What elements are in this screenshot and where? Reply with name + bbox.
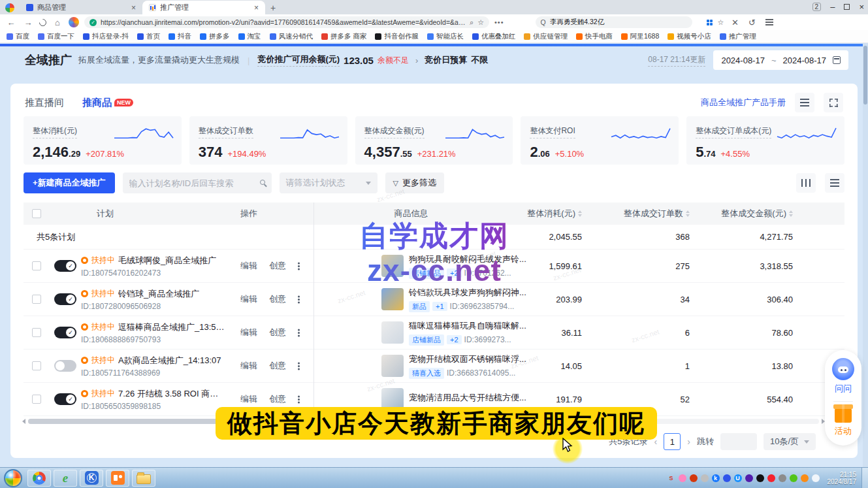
sort-icon[interactable] bbox=[789, 210, 793, 217]
edit-button[interactable]: 编辑 bbox=[240, 393, 257, 405]
assistant-robot-icon[interactable] bbox=[832, 358, 854, 380]
profile-avatar-icon[interactable] bbox=[69, 17, 79, 27]
tray-icon[interactable] bbox=[701, 474, 709, 482]
apps-grid-icon[interactable] bbox=[707, 20, 713, 25]
menu-icon[interactable] bbox=[765, 22, 773, 23]
jump-page-input[interactable] bbox=[720, 433, 757, 450]
page-scrollbar[interactable] bbox=[863, 43, 868, 467]
tray-icon[interactable] bbox=[690, 474, 698, 482]
tray-icon[interactable] bbox=[779, 474, 786, 482]
campaign-toggle[interactable]: ✓ bbox=[54, 260, 76, 272]
gift-icon[interactable] bbox=[835, 408, 852, 423]
minimize-button[interactable]: – bbox=[830, 2, 835, 12]
cut-icon[interactable]: ✕ bbox=[729, 18, 741, 27]
create-campaign-button[interactable]: +新建商品全域推广 bbox=[24, 172, 115, 193]
ask-label[interactable]: 问问 bbox=[835, 383, 852, 395]
creative-button[interactable]: 创意 bbox=[269, 360, 286, 372]
column-orders[interactable]: 整体成交订单数 bbox=[582, 208, 690, 220]
browser-search-bar[interactable]: Q 李再勇受贿4.32亿 bbox=[536, 16, 692, 28]
tab-live-room[interactable]: 推直播间 bbox=[25, 97, 64, 109]
edit-button[interactable]: 编辑 bbox=[240, 293, 257, 305]
zoom-icon[interactable]: ⌕ bbox=[470, 18, 474, 27]
chevron-right-icon[interactable]: › bbox=[415, 56, 418, 65]
tab-close-icon[interactable]: × bbox=[254, 3, 259, 12]
taskbar-app-explorer[interactable] bbox=[132, 470, 155, 487]
column-settings-button[interactable] bbox=[796, 173, 816, 193]
taskbar-clock[interactable]: 21:15 2024/8/17 bbox=[828, 471, 857, 485]
date-range-picker[interactable]: 2024-08-17 ~ 2024-08-17 bbox=[713, 50, 848, 70]
pin-star-icon[interactable]: ☆ bbox=[718, 18, 724, 27]
fullscreen-button[interactable] bbox=[824, 93, 843, 112]
bookmark-item[interactable]: 优惠叠加红 bbox=[472, 32, 516, 41]
taskbar-app-ie[interactable]: e bbox=[54, 470, 77, 487]
row-checkbox[interactable] bbox=[32, 395, 41, 404]
custom-metrics-button[interactable] bbox=[825, 173, 844, 193]
row-checkbox[interactable] bbox=[32, 295, 41, 304]
plan-search-input[interactable] bbox=[123, 172, 272, 193]
tray-icon[interactable]: k bbox=[712, 474, 720, 482]
campaign-toggle[interactable]: ✓ bbox=[54, 327, 76, 338]
current-page[interactable]: 1 bbox=[664, 433, 681, 450]
bookmark-item[interactable]: 百度 bbox=[7, 32, 29, 41]
tray-icon[interactable]: U bbox=[734, 474, 742, 482]
creative-button[interactable]: 创意 bbox=[269, 393, 286, 405]
close-button[interactable]: × bbox=[859, 2, 864, 12]
settings-sliders-button[interactable] bbox=[795, 93, 814, 112]
home-icon[interactable]: ⌂ bbox=[52, 18, 63, 27]
tray-icon[interactable] bbox=[767, 474, 775, 482]
activity-label[interactable]: 活动 bbox=[835, 425, 852, 437]
bookmark-item[interactable]: 阿里1688 bbox=[621, 32, 659, 41]
undo-icon[interactable]: ↺ bbox=[746, 18, 758, 27]
tray-icon[interactable] bbox=[790, 474, 797, 482]
taskbar-app-chrome[interactable] bbox=[27, 470, 51, 487]
bookmark-item[interactable]: 拼多多 商家 bbox=[321, 32, 366, 41]
show-desktop-button[interactable] bbox=[861, 468, 868, 488]
bookmark-star-icon[interactable]: ☆ bbox=[477, 18, 484, 27]
creative-button[interactable]: 创意 bbox=[269, 260, 286, 272]
campaign-toggle[interactable] bbox=[54, 360, 76, 372]
column-amount[interactable]: 整体成交金额(元) bbox=[690, 208, 793, 220]
row-checkbox[interactable] bbox=[32, 361, 41, 370]
maximize-button[interactable] bbox=[844, 4, 850, 10]
tray-icon[interactable] bbox=[723, 474, 731, 482]
url-more-icon[interactable]: ••• bbox=[494, 18, 504, 26]
more-actions-icon[interactable] bbox=[298, 399, 300, 400]
product-manual-link[interactable]: 商品全域推广产品手册 bbox=[701, 97, 786, 108]
creative-button[interactable]: 创意 bbox=[269, 327, 286, 338]
tab-promote-product[interactable]: 推商品 NEW bbox=[82, 97, 133, 109]
browser-tab-promotion[interactable]: 推广管理 × bbox=[142, 1, 265, 14]
bookmark-item[interactable]: 供应链管理 bbox=[524, 32, 568, 41]
browser-tab-products[interactable]: 商品管理 × bbox=[20, 1, 142, 14]
bookmark-item[interactable]: 百度一下 bbox=[38, 32, 74, 41]
tray-icon[interactable] bbox=[745, 474, 753, 482]
forward-icon[interactable]: → bbox=[22, 18, 34, 27]
more-actions-icon[interactable] bbox=[298, 265, 300, 267]
scroll-left-icon[interactable] bbox=[22, 419, 25, 424]
column-cost[interactable]: 整体消耗(元) bbox=[509, 208, 582, 220]
more-actions-icon[interactable] bbox=[298, 299, 300, 301]
more-actions-icon[interactable] bbox=[298, 332, 300, 334]
bookmark-item[interactable]: 快手电商 bbox=[576, 32, 613, 41]
tray-icon[interactable] bbox=[679, 474, 686, 482]
campaign-toggle[interactable]: ✓ bbox=[54, 393, 76, 405]
tray-icon[interactable] bbox=[801, 474, 809, 482]
edit-button[interactable]: 编辑 bbox=[240, 360, 257, 372]
bookmark-item[interactable]: 抖音创作服 bbox=[375, 32, 419, 41]
bookmark-item[interactable]: 视频号小店 bbox=[667, 32, 711, 41]
campaign-toggle[interactable]: ✓ bbox=[54, 293, 76, 305]
tab-close-icon[interactable]: × bbox=[131, 3, 136, 12]
row-checkbox[interactable] bbox=[32, 328, 41, 337]
bookmark-item[interactable]: 拼多多 bbox=[200, 32, 230, 41]
bookmark-item[interactable]: 智能店长 bbox=[427, 32, 464, 41]
select-all-checkbox[interactable] bbox=[32, 209, 41, 218]
page-size-select[interactable]: 10条/页 bbox=[764, 433, 816, 450]
edit-button[interactable]: 编辑 bbox=[240, 327, 257, 338]
more-actions-icon[interactable] bbox=[298, 365, 300, 367]
creative-button[interactable]: 创意 bbox=[269, 293, 286, 305]
back-icon[interactable]: ← bbox=[5, 18, 17, 27]
edit-button[interactable]: 编辑 bbox=[240, 260, 257, 272]
taskbar-app-k[interactable]: K bbox=[80, 470, 103, 487]
bookmark-item[interactable]: 抖音 bbox=[169, 32, 191, 41]
new-tab-button[interactable]: + bbox=[270, 3, 276, 13]
taskbar-app-orange[interactable] bbox=[106, 470, 129, 487]
